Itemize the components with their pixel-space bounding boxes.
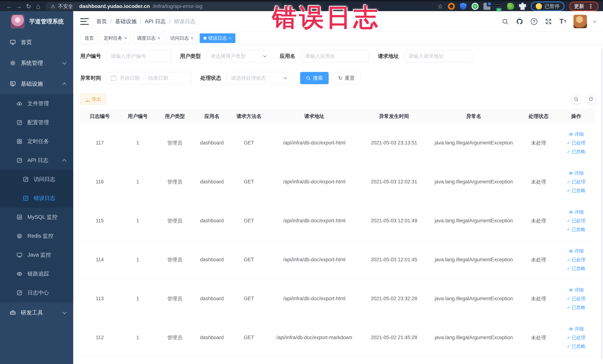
breadcrumb-separator: / (110, 18, 112, 24)
cell-app-name: dashboard (193, 163, 231, 201)
breadcrumb-api-log[interactable]: API 日志 (145, 18, 166, 25)
cell-error-time: 2021-05-03 23:13:51 (361, 124, 427, 163)
mark-ignored-link[interactable]: 已忽略 (567, 226, 585, 233)
user-id-field[interactable] (106, 50, 171, 62)
mark-processed-link[interactable]: 已处理 (567, 257, 585, 263)
sidebar-item-infrastructure[interactable]: 基础设施 (0, 73, 73, 94)
address-bar[interactable]: 不安全 dashboard.yudao.iocoder.cn /infra/lo… (46, 2, 283, 11)
sidebar-item-redis-monitor[interactable]: Redis 监控 (0, 227, 73, 246)
sidebar-item-access-log[interactable]: 访问日志 (0, 170, 73, 189)
table-row: 114 1 管理员 dashboard GET /api/infra/db-do… (80, 240, 596, 279)
tab-label: 调度日志 (137, 35, 156, 41)
user-menu-caret-icon[interactable] (593, 19, 596, 23)
tags-view-bar: 首页 定时任务 调度日志 访问日志 错误日志 (73, 32, 603, 45)
detail-link[interactable]: 详细 (568, 248, 584, 254)
tab-scheduled-tasks[interactable]: 定时任务 (100, 33, 131, 43)
app-logo-row[interactable]: 芋道管理系统 (0, 11, 73, 32)
browser-menu-icon[interactable] (588, 3, 594, 10)
user-type-select[interactable]: 请选择用户类型 (206, 50, 271, 62)
request-url-field[interactable] (404, 50, 473, 62)
export-button[interactable]: 导出 (80, 94, 106, 105)
close-icon[interactable] (191, 35, 193, 41)
mark-processed-link[interactable]: 已处理 (567, 335, 585, 341)
active-tab-dot (204, 37, 207, 40)
date-range-picker[interactable]: 开始日期 - 结束日期 (106, 72, 191, 84)
sidebar-item-mysql-monitor[interactable]: MySQL 监控 (0, 208, 73, 227)
mark-ignored-link[interactable]: 已忽略 (567, 343, 585, 349)
sidebar-item-scheduled-tasks[interactable]: 定时任务 (0, 132, 73, 151)
breadcrumb-infrastructure[interactable]: 基础设施 (115, 18, 137, 25)
app-name-input[interactable] (305, 53, 364, 59)
extension-icon-grid[interactable] (483, 3, 490, 10)
browser-update-pill[interactable]: 更新 (569, 1, 599, 11)
chevron-down-icon (62, 310, 67, 314)
close-icon[interactable] (124, 35, 127, 41)
github-icon[interactable] (515, 17, 524, 26)
fullscreen-icon[interactable] (545, 17, 553, 26)
table-row: 117 1 管理员 dashboard GET /api/infra/db-do… (80, 124, 596, 163)
detail-link[interactable]: 详细 (568, 170, 584, 176)
cell-user-type: 管理员 (156, 279, 193, 318)
refresh-table-button[interactable] (586, 94, 596, 104)
sidebar-item-dev-tools[interactable]: 研发工具 (0, 302, 73, 323)
process-status-select[interactable]: 请选择处理状态 (226, 72, 291, 84)
detail-link[interactable]: 详细 (568, 287, 584, 293)
extension-icon-on-switch[interactable]: on (495, 3, 502, 10)
browser-back-icon[interactable] (4, 1, 14, 11)
detail-link[interactable]: 详细 (568, 326, 584, 332)
url-path: /infra/log/api-error-log (153, 3, 203, 9)
mark-ignored-link[interactable]: 已忽略 (567, 304, 585, 310)
mark-ignored-link[interactable]: 已忽略 (567, 265, 585, 271)
tab-dispatch-log[interactable]: 调度日志 (133, 33, 164, 43)
sidebar-item-tracing[interactable]: 链路追踪 (0, 264, 73, 283)
cell-exception-name: java.lang.IllegalArgumentException (427, 279, 521, 318)
mark-processed-link[interactable]: 已处理 (567, 140, 585, 146)
collapse-sidebar-icon[interactable] (80, 18, 89, 25)
paused-profile-pill[interactable]: 已暂停 (531, 1, 564, 11)
close-icon[interactable] (157, 35, 160, 41)
detail-link[interactable]: 详细 (568, 131, 584, 137)
sidebar-item-java-monitor[interactable]: Java 监控 (0, 246, 73, 264)
request-url-input[interactable] (408, 53, 468, 59)
sidebar-item-home[interactable]: 首页 (0, 32, 73, 53)
mark-processed-link[interactable]: 已处理 (567, 179, 585, 185)
sidebar-item-log-center[interactable]: 日志中心 (0, 283, 73, 302)
reset-button[interactable]: 重置 (332, 72, 360, 84)
tab-error-log[interactable]: 错误日志 (200, 33, 235, 43)
header-search-icon[interactable] (501, 17, 509, 26)
breadcrumb-home[interactable]: 首页 (96, 18, 107, 25)
toggle-search-button[interactable] (571, 94, 581, 104)
bookmark-star-icon[interactable] (438, 3, 443, 10)
mark-ignored-link[interactable]: 已忽略 (567, 149, 585, 155)
mark-processed-link[interactable]: 已处理 (567, 218, 585, 224)
close-icon[interactable] (229, 35, 232, 41)
extension-icon-leaf[interactable] (507, 3, 514, 10)
scrollbar[interactable] (601, 48, 602, 360)
mark-processed-link[interactable]: 已处理 (567, 295, 585, 302)
extension-icon-green-v[interactable]: V (472, 3, 479, 10)
mark-ignored-link[interactable]: 已忽略 (567, 188, 585, 194)
sidebar-item-error-log[interactable]: 错误日志 (0, 189, 73, 208)
tab-home[interactable]: 首页 (81, 33, 98, 43)
app-name-field[interactable] (301, 50, 369, 62)
browser-reload-icon[interactable] (24, 1, 33, 11)
browser-home-icon[interactable] (33, 1, 43, 11)
sidebar-item-api-log[interactable]: API 日志 (0, 151, 73, 170)
extensions-puzzle-icon[interactable] (519, 3, 526, 10)
extension-icon-shield[interactable] (460, 3, 467, 10)
font-size-icon[interactable] (559, 17, 567, 26)
extension-icon-orange[interactable] (448, 3, 455, 10)
help-icon[interactable] (530, 17, 538, 26)
sidebar-item-system[interactable]: 系统管理 (0, 53, 73, 73)
tab-access-log[interactable]: 访问日志 (166, 33, 197, 43)
sidebar-item-label: 定时任务 (27, 138, 49, 145)
sidebar-item-file-management[interactable]: 文件管理 (0, 94, 73, 113)
browser-forward-icon[interactable] (14, 1, 24, 11)
cell-status: 未处理 (521, 318, 557, 357)
cell-method: GET (231, 279, 267, 318)
user-id-input[interactable] (111, 53, 166, 59)
sidebar-item-config-management[interactable]: 配置管理 (0, 113, 73, 132)
user-avatar[interactable] (573, 15, 587, 28)
search-button[interactable]: 搜索 (300, 72, 329, 84)
detail-link[interactable]: 详细 (568, 209, 584, 215)
